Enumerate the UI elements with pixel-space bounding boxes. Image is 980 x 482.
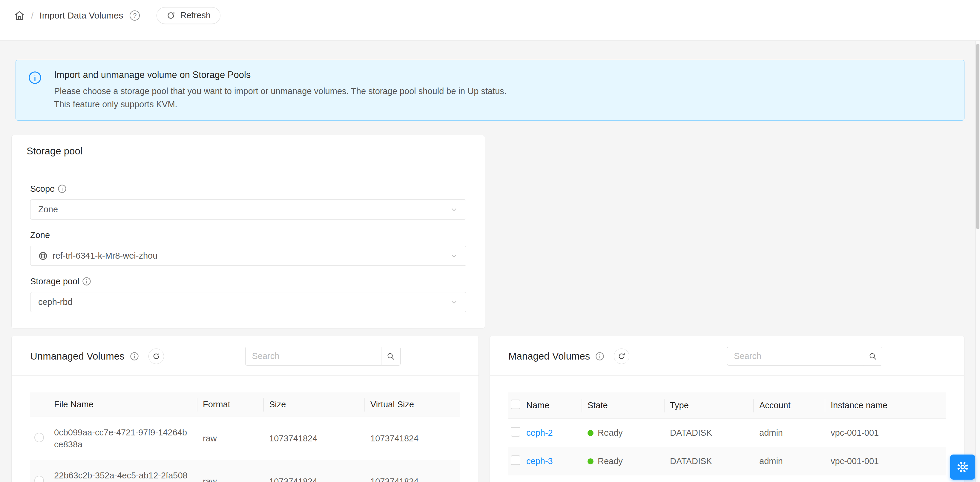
account-cell: admin <box>753 419 825 447</box>
col-header-size: Size <box>263 392 364 417</box>
status-dot <box>587 458 593 465</box>
row-radio[interactable] <box>34 476 44 482</box>
unmanaged-info-icon[interactable] <box>130 352 139 361</box>
unmanaged-volumes-card: Unmanaged Volumes <box>11 336 479 482</box>
scope-select[interactable]: Zone <box>30 199 466 220</box>
storage-pool-field: Storage pool ceph-rbd <box>30 275 466 312</box>
col-header-instance-name: Instance name <box>825 392 946 419</box>
instance-name-cell: vpc-001-001 <box>825 447 946 476</box>
volume-name-link[interactable]: ceph-3 <box>526 456 553 466</box>
select-all-checkbox[interactable] <box>511 399 520 409</box>
managed-search <box>727 347 882 366</box>
virtual-size-cell: 1073741824 <box>364 460 460 482</box>
scope-select-value: Zone <box>38 205 58 215</box>
search-icon <box>386 352 395 361</box>
table-row: ceph-3 Ready DATADISK admin vpc-001-001 <box>508 447 946 476</box>
reload-icon <box>618 352 625 360</box>
help-icon[interactable]: ? <box>130 10 140 21</box>
managed-volumes-table: Name State Type Account Instance name ce… <box>508 392 946 482</box>
size-cell: 1073741824 <box>263 417 364 460</box>
storage-pool-card: Storage pool Scope Zone Zone <box>11 135 485 329</box>
settings-fab-button[interactable] <box>950 455 975 480</box>
type-cell: DATADISK <box>664 447 753 476</box>
state-label: Ready <box>598 428 623 438</box>
virtual-size-cell: 1073741824 <box>364 417 460 460</box>
format-cell: raw <box>197 460 263 482</box>
account-cell: admin <box>753 447 825 476</box>
scrollbar-thumb[interactable] <box>976 44 979 229</box>
table-row: 0cb099aa-cc7e-4721-97f9-14264bce838a raw… <box>30 417 460 460</box>
unmanaged-volumes-table: File Name Format Size Virtual Size 0cb09… <box>30 392 460 482</box>
storage-pool-select-value: ceph-rbd <box>38 297 72 307</box>
managed-volumes-title: Managed Volumes <box>508 351 590 362</box>
scope-field: Scope Zone <box>30 183 466 220</box>
scope-info-icon[interactable] <box>58 184 67 193</box>
refresh-button-label: Refresh <box>180 10 211 20</box>
zone-select[interactable]: ref-trl-6341-k-Mr8-wei-zhou <box>30 246 466 266</box>
chevron-down-icon <box>450 252 458 260</box>
row-checkbox[interactable] <box>511 455 520 465</box>
unmanaged-volumes-title: Unmanaged Volumes <box>30 351 124 362</box>
table-row: ceph-2 Ready DATADISK admin vpc-001-001 <box>508 419 946 447</box>
chevron-down-icon <box>450 298 458 306</box>
managed-volumes-card: Managed Volumes <box>490 336 964 482</box>
instance-name-cell <box>825 476 946 482</box>
col-header-account: Account <box>753 392 825 419</box>
info-alert: Import and unmanage volume on Storage Po… <box>16 60 964 121</box>
size-cell: 1073741824 <box>263 460 364 482</box>
table-row: image2 Ready DATADISK admin <box>508 476 946 482</box>
volume-name-link[interactable]: ceph-2 <box>526 428 553 437</box>
instance-name-cell: vpc-001-001 <box>825 419 946 447</box>
unmanaged-search-button[interactable] <box>381 347 401 366</box>
info-circle-icon <box>28 71 42 84</box>
row-radio[interactable] <box>34 433 44 442</box>
zone-label: Zone <box>30 229 50 241</box>
zone-field: Zone ref-trl-6341-k-Mr8-wei-zhou <box>30 229 466 266</box>
col-header-type: Type <box>664 392 753 419</box>
managed-reload-button[interactable] <box>614 348 629 364</box>
col-header-state: State <box>582 392 664 419</box>
col-header-virtual-size: Virtual Size <box>364 392 460 417</box>
unmanaged-search <box>245 347 401 366</box>
globe-icon <box>38 251 48 261</box>
search-icon <box>868 352 877 361</box>
home-icon[interactable] <box>14 10 25 21</box>
col-header-name: Name <box>520 392 582 419</box>
reload-icon <box>166 11 175 20</box>
format-cell: raw <box>197 417 263 460</box>
zone-select-value: ref-trl-6341-k-Mr8-wei-zhou <box>52 251 158 261</box>
gear-icon <box>956 460 969 474</box>
unmanaged-reload-button[interactable] <box>148 348 164 364</box>
col-header-format: Format <box>197 392 263 417</box>
topbar: / Import Data Volumes ? Refresh <box>0 0 980 41</box>
type-cell: DATADISK <box>664 476 753 482</box>
storage-pool-card-title: Storage pool <box>27 145 470 157</box>
col-header-file-name: File Name <box>48 392 197 417</box>
unmanaged-search-input[interactable] <box>245 347 381 366</box>
breadcrumb-separator: / <box>31 10 33 21</box>
type-cell: DATADISK <box>664 419 753 447</box>
status-dot <box>587 430 593 436</box>
alert-description-line2: This feature only supports KVM. <box>54 98 507 111</box>
row-checkbox[interactable] <box>511 427 520 437</box>
managed-info-icon[interactable] <box>595 352 604 361</box>
breadcrumb: Import Data Volumes <box>40 10 123 21</box>
reload-icon <box>152 352 160 360</box>
file-name-cell: 0cb099aa-cc7e-4721-97f9-14264bce838a <box>48 417 197 460</box>
storage-pool-label: Storage pool <box>30 275 79 287</box>
state-label: Ready <box>598 456 623 466</box>
file-name-cell: 22b63c2b-352a-4ec5-ab12-2fa508d4baf9 <box>48 460 197 482</box>
scrollbar-track <box>975 41 980 482</box>
scope-label: Scope <box>30 183 55 195</box>
storage-pool-info-icon[interactable] <box>82 277 91 286</box>
alert-description-line1: Please choose a storage pool that you wa… <box>54 84 507 98</box>
alert-title: Import and unmanage volume on Storage Po… <box>54 70 507 80</box>
table-row: 22b63c2b-352a-4ec5-ab12-2fa508d4baf9 raw… <box>30 460 460 482</box>
account-cell: admin <box>753 476 825 482</box>
page-content: Import and unmanage volume on Storage Po… <box>0 60 980 482</box>
refresh-button[interactable]: Refresh <box>156 7 220 24</box>
managed-search-input[interactable] <box>727 347 863 366</box>
storage-pool-select[interactable]: ceph-rbd <box>30 292 466 312</box>
managed-search-button[interactable] <box>863 347 882 366</box>
chevron-down-icon <box>450 205 458 214</box>
